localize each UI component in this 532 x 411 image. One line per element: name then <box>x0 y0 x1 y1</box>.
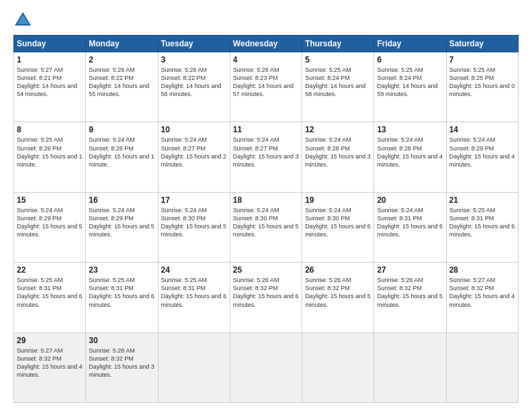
day-number: 6 <box>377 55 443 64</box>
calendar-cell: 3Sunrise: 5:26 AMSunset: 8:22 PMDaylight… <box>158 52 230 122</box>
calendar-cell: 19Sunrise: 5:24 AMSunset: 8:30 PMDayligh… <box>302 192 374 262</box>
cell-info: Sunrise: 5:25 AMSunset: 8:31 PMDaylight:… <box>449 206 515 239</box>
weekday-row: SundayMondayTuesdayWednesdayThursdayFrid… <box>14 36 519 52</box>
day-number: 1 <box>17 55 83 64</box>
day-number: 27 <box>377 265 443 275</box>
day-number: 4 <box>233 55 299 64</box>
cell-info: Sunrise: 5:24 AMSunset: 8:29 PMDaylight:… <box>449 136 515 169</box>
week-row-2: 8Sunrise: 5:25 AMSunset: 8:26 PMDaylight… <box>14 122 519 192</box>
cell-info: Sunrise: 5:24 AMSunset: 8:27 PMDaylight:… <box>161 136 227 169</box>
calendar-cell <box>302 332 374 402</box>
calendar-cell: 15Sunrise: 5:24 AMSunset: 8:29 PMDayligh… <box>14 192 86 262</box>
day-number: 21 <box>449 195 515 205</box>
day-number: 3 <box>161 55 227 64</box>
day-number: 14 <box>449 125 515 134</box>
cell-info: Sunrise: 5:24 AMSunset: 8:29 PMDaylight:… <box>89 206 154 239</box>
cell-info: Sunrise: 5:26 AMSunset: 8:32 PMDaylight:… <box>233 276 299 309</box>
calendar-cell: 4Sunrise: 5:26 AMSunset: 8:23 PMDaylight… <box>230 52 302 122</box>
day-number: 2 <box>89 55 154 64</box>
calendar-body: 1Sunrise: 5:27 AMSunset: 8:21 PMDaylight… <box>14 52 519 403</box>
calendar-cell: 14Sunrise: 5:24 AMSunset: 8:29 PMDayligh… <box>446 122 518 192</box>
calendar-cell <box>374 332 446 402</box>
day-number: 23 <box>89 265 154 275</box>
day-number: 29 <box>17 336 83 345</box>
day-number: 20 <box>377 195 443 205</box>
day-number: 15 <box>17 195 83 205</box>
day-number: 28 <box>449 265 515 275</box>
day-number: 18 <box>233 195 299 205</box>
calendar-cell: 26Sunrise: 5:26 AMSunset: 8:32 PMDayligh… <box>302 263 374 332</box>
calendar-cell: 29Sunrise: 5:27 AMSunset: 8:32 PMDayligh… <box>14 332 86 402</box>
weekday-header-tuesday: Tuesday <box>158 36 230 52</box>
calendar-cell: 16Sunrise: 5:24 AMSunset: 8:29 PMDayligh… <box>86 192 158 262</box>
day-number: 10 <box>161 125 227 134</box>
calendar-cell <box>158 332 230 402</box>
cell-info: Sunrise: 5:28 AMSunset: 8:32 PMDaylight:… <box>89 347 154 379</box>
day-number: 17 <box>161 195 227 205</box>
cell-info: Sunrise: 5:27 AMSunset: 8:32 PMDaylight:… <box>17 347 83 379</box>
logo <box>13 11 35 30</box>
calendar-cell: 9Sunrise: 5:24 AMSunset: 8:26 PMDaylight… <box>86 122 158 192</box>
weekday-header-saturday: Saturday <box>446 36 518 52</box>
cell-info: Sunrise: 5:24 AMSunset: 8:27 PMDaylight:… <box>233 136 299 169</box>
calendar-cell: 1Sunrise: 5:27 AMSunset: 8:21 PMDaylight… <box>14 52 86 122</box>
cell-info: Sunrise: 5:25 AMSunset: 8:25 PMDaylight:… <box>449 66 515 99</box>
week-row-1: 1Sunrise: 5:27 AMSunset: 8:21 PMDaylight… <box>14 52 519 122</box>
calendar-cell: 28Sunrise: 5:27 AMSunset: 8:32 PMDayligh… <box>446 263 518 332</box>
weekday-header-thursday: Thursday <box>302 36 374 52</box>
cell-info: Sunrise: 5:26 AMSunset: 8:32 PMDaylight:… <box>305 276 371 309</box>
calendar-cell <box>230 332 302 402</box>
cell-info: Sunrise: 5:25 AMSunset: 8:24 PMDaylight:… <box>305 66 371 99</box>
cell-info: Sunrise: 5:24 AMSunset: 8:28 PMDaylight:… <box>305 136 371 169</box>
cell-info: Sunrise: 5:25 AMSunset: 8:31 PMDaylight:… <box>89 276 154 309</box>
calendar-cell: 18Sunrise: 5:24 AMSunset: 8:30 PMDayligh… <box>230 192 302 262</box>
cell-info: Sunrise: 5:27 AMSunset: 8:32 PMDaylight:… <box>449 276 515 309</box>
day-number: 25 <box>233 265 299 275</box>
cell-info: Sunrise: 5:26 AMSunset: 8:22 PMDaylight:… <box>161 66 227 99</box>
cell-info: Sunrise: 5:24 AMSunset: 8:30 PMDaylight:… <box>233 206 299 239</box>
weekday-header-wednesday: Wednesday <box>230 36 302 52</box>
calendar-cell: 23Sunrise: 5:25 AMSunset: 8:31 PMDayligh… <box>86 263 158 332</box>
day-number: 13 <box>377 125 443 134</box>
calendar-cell: 21Sunrise: 5:25 AMSunset: 8:31 PMDayligh… <box>446 192 518 262</box>
day-number: 7 <box>449 55 515 64</box>
calendar-header: SundayMondayTuesdayWednesdayThursdayFrid… <box>14 36 519 52</box>
weekday-header-friday: Friday <box>374 36 446 52</box>
cell-info: Sunrise: 5:24 AMSunset: 8:26 PMDaylight:… <box>89 136 154 169</box>
calendar-cell: 30Sunrise: 5:28 AMSunset: 8:32 PMDayligh… <box>86 332 158 402</box>
weekday-header-sunday: Sunday <box>14 36 86 52</box>
day-number: 19 <box>305 195 371 205</box>
calendar-cell: 11Sunrise: 5:24 AMSunset: 8:27 PMDayligh… <box>230 122 302 192</box>
calendar-cell: 13Sunrise: 5:24 AMSunset: 8:28 PMDayligh… <box>374 122 446 192</box>
calendar-cell <box>446 332 518 402</box>
calendar-cell: 6Sunrise: 5:25 AMSunset: 8:24 PMDaylight… <box>374 52 446 122</box>
day-number: 12 <box>305 125 371 134</box>
cell-info: Sunrise: 5:26 AMSunset: 8:23 PMDaylight:… <box>233 66 299 99</box>
cell-info: Sunrise: 5:26 AMSunset: 8:22 PMDaylight:… <box>89 66 154 99</box>
day-number: 5 <box>305 55 371 64</box>
day-number: 24 <box>161 265 227 275</box>
calendar-cell: 22Sunrise: 5:25 AMSunset: 8:31 PMDayligh… <box>14 263 86 332</box>
logo-icon <box>13 11 32 30</box>
cell-info: Sunrise: 5:24 AMSunset: 8:30 PMDaylight:… <box>161 206 227 239</box>
day-number: 8 <box>17 125 83 134</box>
day-number: 9 <box>89 125 154 134</box>
calendar-cell: 7Sunrise: 5:25 AMSunset: 8:25 PMDaylight… <box>446 52 518 122</box>
day-number: 30 <box>89 336 154 345</box>
cell-info: Sunrise: 5:26 AMSunset: 8:32 PMDaylight:… <box>377 276 443 309</box>
day-number: 11 <box>233 125 299 134</box>
cell-info: Sunrise: 5:25 AMSunset: 8:26 PMDaylight:… <box>17 136 83 169</box>
calendar-cell: 8Sunrise: 5:25 AMSunset: 8:26 PMDaylight… <box>14 122 86 192</box>
calendar-cell: 17Sunrise: 5:24 AMSunset: 8:30 PMDayligh… <box>158 192 230 262</box>
week-row-3: 15Sunrise: 5:24 AMSunset: 8:29 PMDayligh… <box>14 192 519 262</box>
cell-info: Sunrise: 5:25 AMSunset: 8:24 PMDaylight:… <box>377 66 443 99</box>
cell-info: Sunrise: 5:25 AMSunset: 8:31 PMDaylight:… <box>17 276 83 309</box>
calendar-cell: 27Sunrise: 5:26 AMSunset: 8:32 PMDayligh… <box>374 263 446 332</box>
day-number: 22 <box>17 265 83 275</box>
calendar-table: SundayMondayTuesdayWednesdayThursdayFrid… <box>13 35 519 403</box>
header <box>13 11 519 30</box>
cell-info: Sunrise: 5:24 AMSunset: 8:31 PMDaylight:… <box>377 206 443 239</box>
calendar-cell: 24Sunrise: 5:25 AMSunset: 8:31 PMDayligh… <box>158 263 230 332</box>
week-row-5: 29Sunrise: 5:27 AMSunset: 8:32 PMDayligh… <box>14 332 519 402</box>
calendar-cell: 5Sunrise: 5:25 AMSunset: 8:24 PMDaylight… <box>302 52 374 122</box>
